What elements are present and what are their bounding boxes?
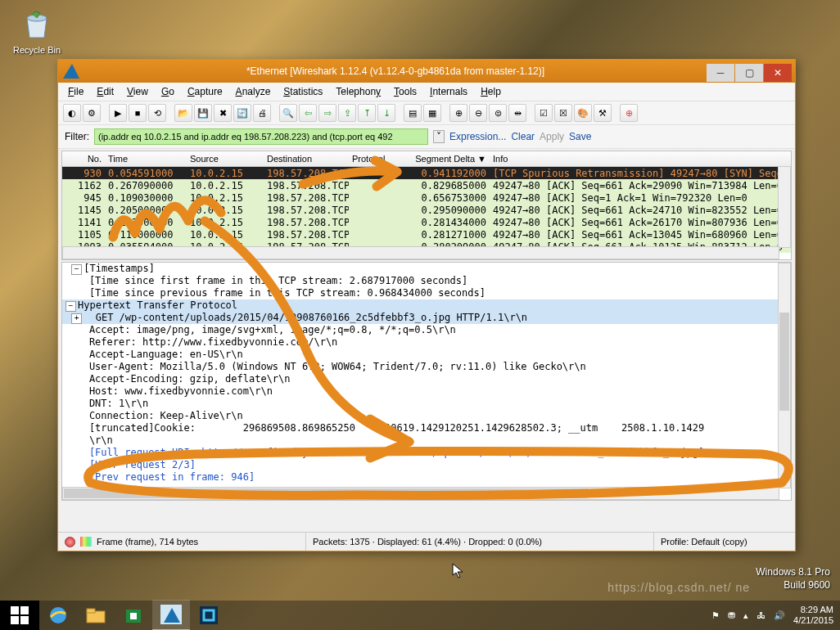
recycle-bin[interactable]: Recycle Bin	[13, 7, 61, 55]
menu-statistics[interactable]: Statistics	[277, 86, 329, 97]
coloring-rules-button[interactable]: 🎨	[574, 104, 592, 122]
menu-analyze[interactable]: Analyze	[229, 86, 278, 97]
watermark: https://blog.csdn.net/ ne	[607, 581, 750, 594]
display-filters-button[interactable]: ☒	[554, 104, 572, 122]
recycle-bin-label: Recycle Bin	[13, 45, 61, 55]
open-button[interactable]: 📂	[174, 104, 192, 122]
print-button[interactable]: 🖨	[253, 104, 271, 122]
col-info[interactable]: Info	[490, 154, 791, 164]
filter-toolbar: Filter: ˅ Expression... Clear Apply Save	[58, 125, 795, 149]
expression-button[interactable]: Expression...	[449, 131, 506, 142]
menu-file[interactable]: File	[61, 86, 90, 97]
zoom-out-button[interactable]: ⊖	[469, 104, 487, 122]
find-button[interactable]: 🔍	[279, 104, 297, 122]
col-no[interactable]: No.	[62, 154, 105, 164]
get-line[interactable]: + GET /wp-content/uploads/2015/04/109087…	[62, 312, 791, 324]
save-filter-button[interactable]: Save	[569, 131, 591, 142]
colorize-button[interactable]: ▤	[404, 104, 422, 122]
menu-edit[interactable]: Edit	[90, 86, 120, 97]
task-app[interactable]	[190, 601, 228, 630]
goto-button[interactable]: ⇪	[338, 104, 356, 122]
status-profile[interactable]: Profile: Default (copy)	[661, 537, 747, 547]
tray-chevron-up-icon[interactable]: ▴	[743, 610, 748, 621]
forward-button[interactable]: ⇨	[318, 104, 336, 122]
col-delta[interactable]: Segment Delta ▼	[403, 154, 490, 164]
filter-dropdown-icon[interactable]: ˅	[433, 130, 445, 143]
col-time[interactable]: Time	[105, 154, 187, 164]
expert-info-icon[interactable]	[65, 537, 75, 547]
save-button[interactable]: 💾	[194, 104, 212, 122]
menu-help[interactable]: Help	[474, 86, 508, 97]
task-store[interactable]	[115, 601, 152, 630]
menu-tools[interactable]: Tools	[387, 86, 423, 97]
svg-rect-5	[130, 613, 137, 619]
packet-row[interactable]: 11410.24300000010.0.2.15198.57.208.TCP0.…	[62, 216, 791, 228]
col-dest[interactable]: Destination	[264, 154, 349, 164]
tray-volume-icon[interactable]: 🔊	[774, 610, 785, 621]
tray-drive-icon[interactable]: ⛃	[728, 610, 735, 621]
packet-list-header[interactable]: No. Time Source Destination Protocol Seg…	[62, 151, 791, 167]
options-button[interactable]: ⚙	[83, 104, 101, 122]
packet-hscroll[interactable]	[62, 246, 779, 259]
cursor-icon	[452, 563, 465, 582]
zoom-in-button[interactable]: ⊕	[449, 104, 467, 122]
packet-row[interactable]: 11050.11000000010.0.2.15198.57.208.TCP0.…	[62, 228, 791, 241]
window-title: *Ethernet [Wireshark 1.12.4 (v1.12.4-0-g…	[84, 65, 707, 77]
taskbar[interactable]: ⚑ ⛃ ▴ 🖧 🔊 8:29 AM4/21/2015	[0, 601, 840, 630]
interfaces-button[interactable]: ◐	[63, 104, 81, 122]
packet-row[interactable]: 9450.10903000010.0.2.15198.57.208.TCP0.6…	[62, 191, 791, 204]
expand-icon[interactable]: +	[71, 313, 82, 324]
details-vscroll[interactable]	[778, 263, 791, 488]
http-node[interactable]: −Hypertext Transfer Protocol	[62, 299, 791, 312]
packet-list-pane[interactable]: No. Time Source Destination Protocol Seg…	[61, 151, 792, 260]
first-button[interactable]: ⤒	[358, 104, 376, 122]
packet-row[interactable]: 9300.05459100010.0.2.15198.57.208.TCP0.9…	[62, 167, 791, 179]
start-button[interactable]	[0, 601, 39, 630]
menu-internals[interactable]: Internals	[423, 86, 474, 97]
collapse-icon[interactable]: −	[71, 264, 82, 275]
restart-capture-button[interactable]: ⟲	[148, 104, 166, 122]
palette-icon[interactable]	[80, 537, 92, 547]
menu-capture[interactable]: Capture	[181, 86, 229, 97]
apply-button[interactable]: Apply	[540, 131, 564, 142]
close-button[interactable]: ✕	[764, 64, 792, 82]
menubar: File Edit View Go Capture Analyze Statis…	[58, 83, 795, 101]
preferences-button[interactable]: ⚒	[594, 104, 612, 122]
packet-row[interactable]: 11620.26709000010.0.2.15198.57.208.TCP0.…	[62, 179, 791, 191]
tray-clock[interactable]: 8:29 AM4/21/2015	[793, 605, 833, 626]
collapse-icon[interactable]: −	[65, 301, 76, 312]
resize-columns-button[interactable]: ⇹	[508, 104, 526, 122]
stop-capture-button[interactable]: ■	[129, 104, 147, 122]
tray-network-icon[interactable]: 🖧	[756, 610, 765, 620]
close-file-button[interactable]: ✖	[214, 104, 232, 122]
clear-button[interactable]: Clear	[511, 131, 535, 142]
status-left: Frame (frame), 714 bytes	[97, 537, 198, 547]
help-button[interactable]: ⊕	[620, 104, 638, 122]
zoom-reset-button[interactable]: ⊜	[489, 104, 507, 122]
packet-row[interactable]: 11450.20500000010.0.2.15198.57.208.TCP0.…	[62, 204, 791, 216]
col-source[interactable]: Source	[187, 154, 264, 164]
menu-view[interactable]: View	[120, 86, 155, 97]
capture-filters-button[interactable]: ☑	[535, 104, 553, 122]
details-hscroll[interactable]	[62, 487, 779, 500]
full-uri[interactable]: [Full request URI: http://www.fixedbyvon…	[62, 447, 791, 459]
maximize-button[interactable]: ▢	[735, 64, 763, 82]
system-tray[interactable]: ⚑ ⛃ ▴ 🖧 🔊 8:29 AM4/21/2015	[711, 605, 840, 626]
filter-input[interactable]	[94, 128, 428, 145]
packet-vscroll[interactable]	[778, 166, 791, 248]
menu-go[interactable]: Go	[155, 86, 181, 97]
titlebar[interactable]: *Ethernet [Wireshark 1.12.4 (v1.12.4-0-g…	[58, 60, 795, 83]
packet-details-pane[interactable]: −[Timestamps] [Time since first frame in…	[61, 262, 792, 501]
start-capture-button[interactable]: ▶	[109, 104, 127, 122]
task-explorer[interactable]	[77, 601, 115, 630]
minimize-button[interactable]: ─	[707, 64, 734, 82]
reload-button[interactable]: 🔄	[233, 104, 251, 122]
col-proto[interactable]: Protocol	[349, 154, 403, 164]
back-button[interactable]: ⇦	[299, 104, 317, 122]
task-wireshark[interactable]	[152, 600, 190, 630]
tray-flag-icon[interactable]: ⚑	[711, 610, 720, 621]
menu-telephony[interactable]: Telephony	[329, 86, 387, 97]
last-button[interactable]: ⤓	[377, 104, 395, 122]
task-ie[interactable]	[39, 601, 77, 630]
autoscroll-button[interactable]: ▦	[423, 104, 441, 122]
